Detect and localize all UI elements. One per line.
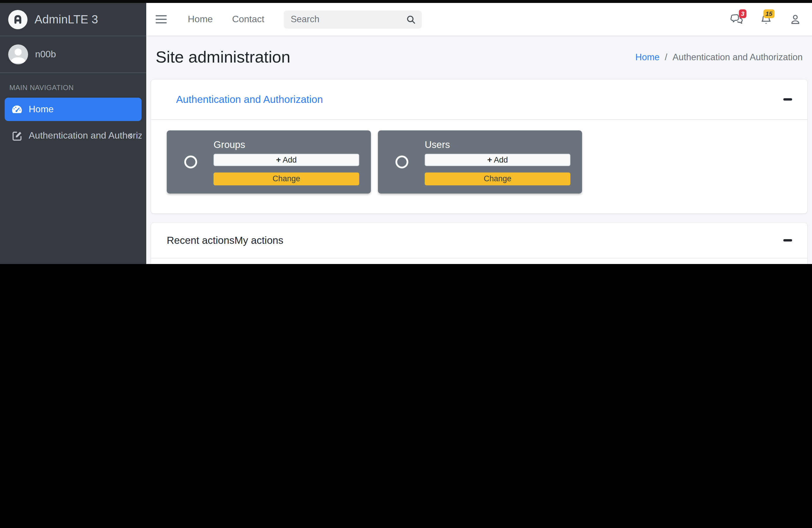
navbar-search	[284, 10, 422, 28]
minus-icon	[783, 98, 792, 101]
auth-card-header: Authentication and Authorization	[151, 79, 807, 120]
circle-icon	[395, 156, 408, 168]
menu-toggle-icon[interactable]	[156, 15, 167, 24]
user-menu-button[interactable]	[787, 12, 803, 26]
breadcrumb-home-link[interactable]: Home	[635, 52, 659, 62]
app-title-groups: Groups	[214, 139, 359, 150]
groups-add-button[interactable]: +Add	[214, 153, 359, 166]
angle-left-icon	[127, 132, 134, 140]
app-title-users: Users	[425, 139, 570, 150]
top-navbar: Home Contact	[146, 3, 812, 36]
messages-badge: 3	[739, 9, 746, 18]
auth-card: Authentication and Authorization Groups …	[151, 79, 807, 214]
top-black-strip	[0, 0, 812, 3]
tachometer-icon	[10, 103, 24, 115]
auth-card-body: Groups +Add Change Users +Add Change	[151, 120, 807, 214]
navbar-link-home[interactable]: Home	[188, 14, 213, 25]
sidebar-item-home-label: Home	[29, 104, 142, 115]
search-input[interactable]	[290, 13, 406, 25]
recent-actions-body: • aliveli auth | user • aliveli auth | u…	[151, 259, 807, 264]
sidebar-nav: Home Authentication and Authorization	[0, 98, 146, 150]
minus-icon	[783, 239, 792, 242]
users-change-button[interactable]: Change	[425, 172, 570, 185]
main-column: Home Contact	[146, 3, 812, 264]
user-name-link[interactable]: n00b	[35, 49, 56, 60]
edit-icon	[10, 130, 24, 141]
users-add-label: Add	[494, 155, 508, 164]
groups-change-button[interactable]: Change	[214, 172, 359, 185]
adminlte-logo-icon	[8, 10, 28, 29]
recent-actions-header: Recent actionsMy actions	[151, 223, 807, 259]
breadcrumb-separator: /	[665, 52, 667, 62]
brand-title: AdminLTE 3	[34, 13, 98, 26]
recent-actions-title-left: Recent actions	[167, 234, 235, 246]
recent-actions-title-right: My actions	[235, 234, 284, 246]
users-add-button[interactable]: +Add	[425, 153, 570, 166]
breadcrumb: Home/Authentication and Authorization	[635, 52, 803, 62]
content-header: Site administration Home/Authentication …	[156, 46, 803, 69]
navbar-right: 3 15	[729, 12, 803, 26]
user-panel: n00b	[0, 36, 146, 73]
sidebar: AdminLTE 3 n00b MAIN NAVIGATION	[0, 3, 146, 264]
avatar[interactable]	[8, 44, 28, 64]
notifications-badge: 15	[764, 9, 774, 18]
recent-actions-title: Recent actionsMy actions	[167, 234, 284, 247]
breadcrumb-current: Authentication and Authorization	[672, 52, 803, 62]
auth-card-collapse-button[interactable]	[780, 95, 796, 104]
recent-actions-collapse-button[interactable]	[780, 236, 796, 245]
plus-icon: +	[276, 155, 281, 164]
content: Site administration Home/Authentication …	[146, 36, 812, 264]
users-box: Users +Add Change	[378, 130, 582, 193]
groups-add-label: Add	[282, 155, 296, 164]
notifications-button[interactable]: 15	[758, 12, 773, 26]
recent-actions-card: Recent actionsMy actions • aliveli auth …	[151, 223, 807, 264]
brand-link[interactable]: AdminLTE 3	[0, 3, 146, 36]
groups-box: Groups +Add Change	[167, 130, 371, 193]
circle-icon	[184, 156, 197, 168]
sidebar-item-auth[interactable]: Authentication and Authorization	[5, 124, 142, 147]
messages-button[interactable]: 3	[729, 12, 744, 26]
nav-section-label: MAIN NAVIGATION	[0, 84, 146, 92]
navbar-link-contact[interactable]: Contact	[232, 14, 264, 25]
plus-icon: +	[487, 155, 492, 164]
search-icon[interactable]	[406, 14, 416, 24]
sidebar-item-auth-label: Authentication and Authorization	[29, 130, 142, 141]
app: AdminLTE 3 n00b MAIN NAVIGATION	[0, 0, 812, 264]
auth-card-title-link[interactable]: Authentication and Authorization	[176, 93, 323, 105]
page-title: Site administration	[156, 48, 290, 67]
sidebar-item-home[interactable]: Home	[5, 98, 142, 121]
